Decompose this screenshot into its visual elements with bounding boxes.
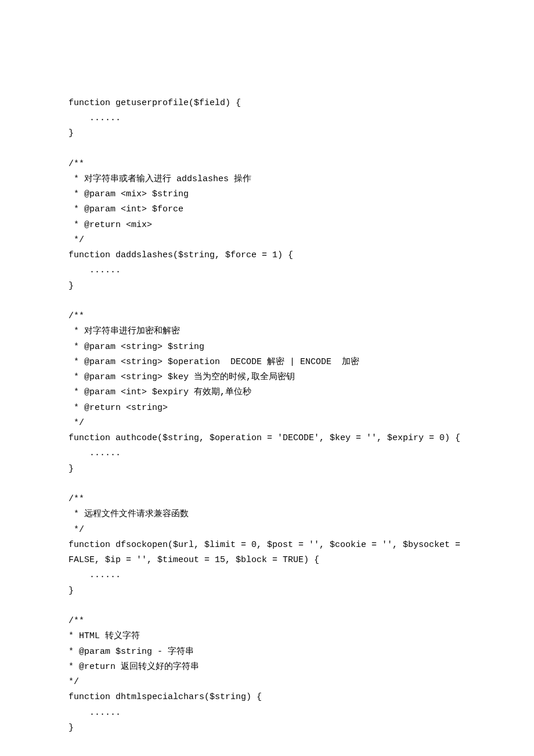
code-page: function getuserprofile($field) { ......… [0,0,534,756]
code-block: function getuserprofile($field) { ......… [68,96,466,736]
